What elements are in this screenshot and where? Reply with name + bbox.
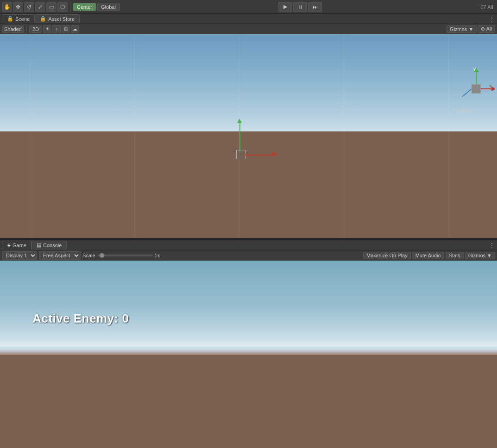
console-tab-label: Console: [43, 243, 62, 248]
scene-viewport: y x ≡ Back: [0, 34, 497, 238]
hand-tool-btn[interactable]: ✋: [2, 2, 12, 12]
separator2: [26, 25, 27, 34]
maximize-btn[interactable]: Maximize On Play: [363, 252, 411, 259]
top-toolbar: ✋ ✥ ↺ ⤢ ▭ ⬡ Center Global ▶ ⏸ ⏭ 07 AiI: [0, 0, 497, 14]
ori-y-label: y: [473, 67, 476, 71]
console-tab[interactable]: ▤ Console: [31, 241, 67, 249]
scene-sky: [0, 34, 497, 145]
scene-toolbar: Shaded 2D ☀ ♪ ⊞ ☁ Gizmos ▼ ⊕ All: [0, 24, 497, 34]
move-tool-btn[interactable]: ✥: [13, 2, 23, 12]
scale-slider[interactable]: [97, 255, 153, 256]
rect-tool-btn[interactable]: ▭: [46, 2, 57, 12]
game-gizmos-btn[interactable]: Gizmos ▼: [465, 252, 495, 259]
back-label[interactable]: ≡ Back: [458, 108, 472, 113]
game-tab-icon: ◈: [7, 242, 11, 248]
separator1: [70, 2, 70, 12]
scale-value: 1x: [155, 253, 160, 258]
asset-store-tab-label: Asset Store: [48, 16, 75, 22]
x-axis-arrowhead: [272, 152, 277, 156]
scene-tab-label: Scene: [15, 16, 30, 22]
orientation-gizmo-svg: y x: [458, 67, 495, 113]
play-button[interactable]: ▶: [278, 2, 292, 12]
game-tab-menu-btn[interactable]: ⋮: [489, 242, 495, 249]
tab-row: 🔒 Scene 🔒 Asset Store ⋮: [0, 14, 497, 24]
y-axis-arrowhead: [237, 118, 242, 123]
game-viewport: Active Enemy: 0: [0, 261, 497, 448]
pivot-group: Center Global: [73, 3, 120, 11]
scene-ground: [0, 131, 497, 238]
center-toggle[interactable]: Center: [73, 3, 96, 11]
gizmos-arrow: ▼: [468, 26, 473, 32]
asset-store-tab-lock: 🔒: [40, 16, 46, 22]
transform-tool-btn[interactable]: ⬡: [57, 2, 68, 12]
active-enemy-text: Active Enemy: 0: [32, 311, 129, 326]
grid-line-2: [134, 34, 135, 238]
bottom-panels: ◈ Game ▤ Console ⋮ Display 1 Free Aspect…: [0, 240, 497, 448]
grid-line-1: [30, 34, 30, 238]
game-ground: [0, 355, 497, 448]
2d-toggle[interactable]: 2D: [29, 25, 42, 33]
scene-tab[interactable]: 🔒 Scene: [2, 14, 35, 23]
game-tab[interactable]: ◈ Game: [2, 241, 31, 249]
scene-tab-menu-btn[interactable]: ⋮: [489, 15, 495, 23]
ori-z-axis: [462, 89, 472, 97]
rotate-tool-btn[interactable]: ↺: [24, 2, 34, 12]
ori-x-label: x: [489, 83, 492, 88]
scene-tab-lock: 🔒: [7, 16, 13, 22]
game-tab-row: ◈ Game ▤ Console ⋮: [0, 240, 497, 250]
fog-icon[interactable]: ☁: [71, 25, 79, 33]
grid-line-5: [448, 34, 449, 238]
gizmos-btn[interactable]: Gizmos ▼: [447, 25, 477, 33]
gizmos-label: Gizmos: [450, 26, 467, 32]
display-select[interactable]: Display 1: [2, 251, 37, 260]
x-axis-arrow: [244, 155, 274, 156]
shaded-select[interactable]: Shaded: [2, 25, 24, 33]
lighting-icon[interactable]: ☀: [43, 25, 51, 33]
scale-tool-btn[interactable]: ⤢: [35, 2, 45, 12]
play-controls: ▶ ⏸ ⏭: [278, 2, 322, 12]
ori-x-head: [491, 87, 495, 91]
game-sky: [0, 261, 497, 353]
game-toolbar: Display 1 Free Aspect Scale 1x Maximize …: [0, 250, 497, 261]
game-gizmos-arrow: ▼: [487, 253, 492, 258]
audio-icon[interactable]: ♪: [52, 25, 61, 33]
game-right-btns: Maximize On Play Mute Audio Stats Gizmos…: [363, 252, 495, 259]
aspect-select[interactable]: Free Aspect: [39, 251, 81, 260]
top-right-info: 07 AiI: [480, 4, 493, 10]
game-gizmos-label: Gizmos: [468, 253, 485, 258]
scale-handle: [100, 253, 104, 258]
scale-label: Scale: [82, 253, 95, 258]
ori-center-box: [472, 84, 481, 93]
global-toggle[interactable]: Global: [97, 3, 120, 11]
step-button[interactable]: ⏭: [308, 2, 322, 12]
orientation-gizmo-container: y x ≡ Back: [458, 67, 495, 113]
game-tab-label: Game: [13, 243, 26, 248]
console-tab-icon: ▤: [37, 242, 41, 248]
skybox-icon[interactable]: ⊞: [62, 25, 70, 33]
mute-btn[interactable]: Mute Audio: [412, 252, 444, 259]
all-btn[interactable]: ⊕ All: [478, 25, 495, 33]
stats-btn[interactable]: Stats: [446, 252, 464, 259]
pause-button[interactable]: ⏸: [293, 2, 307, 12]
y-axis-arrow: [239, 122, 240, 152]
grid-line-4: [344, 34, 344, 238]
asset-store-tab[interactable]: 🔒 Asset Store: [35, 14, 80, 23]
